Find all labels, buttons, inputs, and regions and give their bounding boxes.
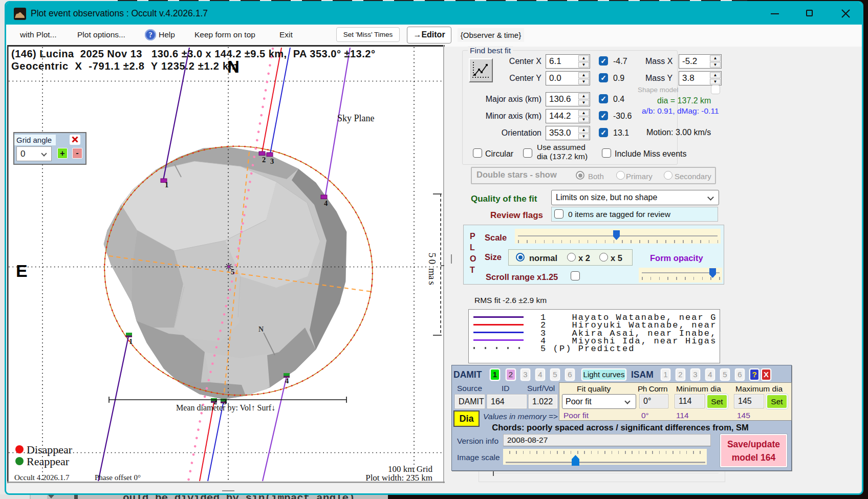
svg-text:(146) Lucina 2025 Nov 13 13: (146) Lucina 2025 Nov 13 130.6 ±3.0 x 14… <box>11 48 375 59</box>
svg-text:3: 3 <box>270 157 274 165</box>
svg-text:1: 1 <box>129 337 133 345</box>
svg-text:Disappear: Disappear <box>27 443 73 456</box>
svg-text:Phase offset 0°: Phase offset 0° <box>95 473 141 482</box>
svg-text:Reappear: Reappear <box>27 455 70 468</box>
svg-text:Plot width: 235 km: Plot width: 235 km <box>365 473 432 483</box>
svg-text:2: 2 <box>262 156 266 164</box>
svg-text:1: 1 <box>165 181 168 189</box>
svg-text:4: 4 <box>324 199 328 207</box>
svg-text:Sky Plane: Sky Plane <box>337 113 375 123</box>
svg-text:E: E <box>16 261 28 280</box>
svg-text:?: ? <box>149 31 153 39</box>
svg-text:N: N <box>227 57 240 76</box>
svg-text:Occult 4.2026.1.7: Occult 4.2026.1.7 <box>14 473 70 482</box>
svg-text:N: N <box>258 326 264 333</box>
svg-text:Mean diameter by: Vol↑ Surf↓: Mean diameter by: Vol↑ Surf↓ <box>176 403 275 413</box>
svg-text:4: 4 <box>285 377 289 385</box>
svg-text:Geocentric X -791.1 ±2.8 Y: Geocentric X -791.1 ±2.8 Y 1235.2 ±1.2 k… <box>11 60 238 72</box>
svg-text:5: 5 <box>231 268 234 276</box>
